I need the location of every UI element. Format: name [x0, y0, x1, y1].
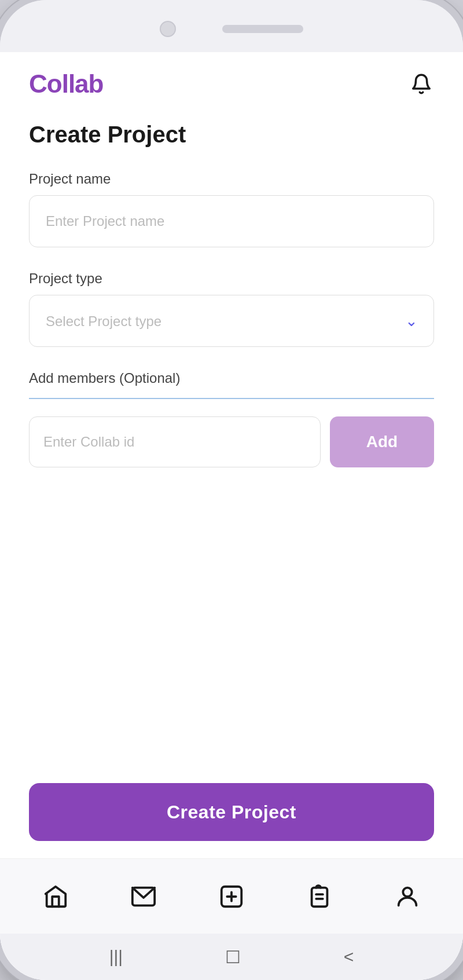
bottom-nav	[0, 858, 463, 934]
add-members-label: Add members (Optional)	[29, 370, 434, 386]
android-home-icon[interactable]: ☐	[225, 947, 241, 967]
project-type-label: Project type	[29, 270, 434, 287]
phone-speaker	[222, 25, 303, 33]
cta-area: Create Project	[0, 771, 463, 858]
section-divider	[29, 398, 434, 399]
form-area: Project name Project type Select Project…	[0, 165, 463, 771]
phone-content: Collab Create Project Project name Proje…	[0, 52, 463, 980]
project-name-input[interactable]	[29, 195, 434, 247]
phone-shell: Collab Create Project Project name Proje…	[0, 0, 463, 980]
svg-point-7	[403, 887, 411, 896]
phone-camera	[160, 21, 176, 37]
mail-nav-item[interactable]	[123, 876, 164, 917]
add-nav-item[interactable]	[211, 876, 252, 917]
profile-nav-item[interactable]	[387, 876, 428, 917]
phone-top-bar	[0, 0, 463, 52]
project-type-select[interactable]: Select Project type Design Development M…	[29, 295, 434, 347]
create-project-button[interactable]: Create Project	[29, 783, 434, 841]
project-type-wrapper: Select Project type Design Development M…	[29, 295, 434, 347]
android-menu-icon[interactable]: |||	[109, 947, 123, 967]
android-nav: ||| ☐ <	[0, 934, 463, 980]
app-logo: Collab	[29, 70, 103, 98]
project-name-label: Project name	[29, 171, 434, 187]
add-member-row: Add	[29, 416, 434, 467]
notification-bell-icon[interactable]	[409, 71, 434, 97]
app-header: Collab	[0, 52, 463, 110]
page-title: Create Project	[0, 110, 463, 165]
svg-rect-4	[312, 887, 328, 906]
add-member-button[interactable]: Add	[330, 416, 434, 467]
clipboard-nav-item[interactable]	[299, 876, 340, 917]
home-nav-item[interactable]	[35, 876, 76, 917]
collab-id-input[interactable]	[29, 416, 321, 467]
android-back-icon[interactable]: <	[344, 947, 354, 967]
